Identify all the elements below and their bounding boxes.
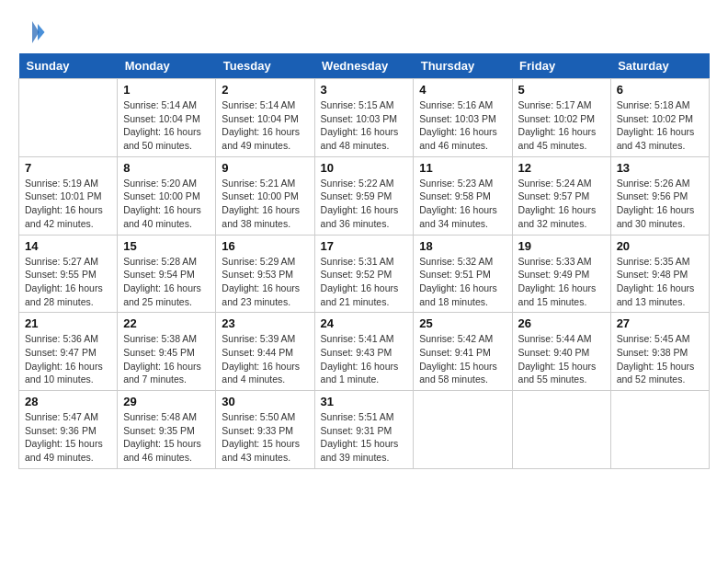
day-number: 12: [518, 161, 605, 175]
day-info: Sunrise: 5:21 AM Sunset: 10:00 PM Daylig…: [222, 178, 300, 229]
page-header: [18, 18, 710, 46]
day-info: Sunrise: 5:36 AM Sunset: 9:47 PM Dayligh…: [25, 333, 103, 385]
calendar-cell: 7Sunrise: 5:19 AM Sunset: 10:01 PM Dayli…: [19, 156, 118, 235]
calendar-cell: 4Sunrise: 5:16 AM Sunset: 10:03 PM Dayli…: [414, 79, 512, 157]
day-number: 11: [419, 161, 506, 175]
day-info: Sunrise: 5:33 AM Sunset: 9:49 PM Dayligh…: [518, 256, 597, 307]
day-info: Sunrise: 5:44 AM Sunset: 9:40 PM Dayligh…: [518, 333, 597, 385]
week-row-1: 1Sunrise: 5:14 AM Sunset: 10:04 PM Dayli…: [19, 79, 710, 157]
day-number: 10: [321, 161, 408, 175]
day-number: 5: [518, 83, 605, 97]
calendar-cell: 10Sunrise: 5:22 AM Sunset: 9:59 PM Dayli…: [314, 156, 414, 235]
calendar-cell: 8Sunrise: 5:20 AM Sunset: 10:00 PM Dayli…: [118, 156, 216, 235]
day-number: 23: [222, 316, 308, 330]
calendar-cell: 13Sunrise: 5:26 AM Sunset: 9:56 PM Dayli…: [610, 156, 709, 235]
logo-icon: [18, 18, 46, 46]
day-number: 27: [617, 316, 703, 330]
day-number: 19: [518, 239, 605, 253]
calendar-cell: 21Sunrise: 5:36 AM Sunset: 9:47 PM Dayli…: [19, 313, 118, 391]
column-header-sunday: Sunday: [19, 53, 118, 79]
calendar-cell: [414, 391, 512, 469]
calendar-cell: 5Sunrise: 5:17 AM Sunset: 10:02 PM Dayli…: [512, 79, 610, 157]
calendar-cell: 17Sunrise: 5:31 AM Sunset: 9:52 PM Dayli…: [314, 235, 414, 313]
day-info: Sunrise: 5:48 AM Sunset: 9:35 PM Dayligh…: [123, 411, 201, 463]
day-info: Sunrise: 5:29 AM Sunset: 9:53 PM Dayligh…: [222, 256, 300, 307]
day-info: Sunrise: 5:14 AM Sunset: 10:04 PM Daylig…: [123, 99, 201, 151]
day-number: 26: [518, 316, 605, 330]
day-info: Sunrise: 5:15 AM Sunset: 10:03 PM Daylig…: [321, 99, 399, 151]
calendar-cell: 24Sunrise: 5:41 AM Sunset: 9:43 PM Dayli…: [314, 313, 414, 391]
calendar-cell: 1Sunrise: 5:14 AM Sunset: 10:04 PM Dayli…: [118, 79, 216, 157]
week-row-5: 28Sunrise: 5:47 AM Sunset: 9:36 PM Dayli…: [19, 391, 710, 469]
week-row-4: 21Sunrise: 5:36 AM Sunset: 9:47 PM Dayli…: [19, 313, 710, 391]
calendar-cell: 18Sunrise: 5:32 AM Sunset: 9:51 PM Dayli…: [414, 235, 512, 313]
week-row-2: 7Sunrise: 5:19 AM Sunset: 10:01 PM Dayli…: [19, 156, 710, 235]
day-number: 8: [123, 161, 210, 175]
column-header-monday: Monday: [118, 53, 216, 79]
day-info: Sunrise: 5:22 AM Sunset: 9:59 PM Dayligh…: [321, 178, 399, 229]
calendar-cell: [512, 391, 610, 469]
day-number: 28: [25, 395, 111, 408]
calendar-cell: 29Sunrise: 5:48 AM Sunset: 9:35 PM Dayli…: [118, 391, 216, 469]
day-number: 7: [25, 161, 111, 175]
logo: [18, 18, 50, 46]
day-number: 9: [222, 161, 308, 175]
day-number: 24: [321, 316, 408, 330]
day-info: Sunrise: 5:45 AM Sunset: 9:38 PM Dayligh…: [617, 333, 695, 385]
column-header-thursday: Thursday: [414, 53, 512, 79]
week-row-3: 14Sunrise: 5:27 AM Sunset: 9:55 PM Dayli…: [19, 235, 710, 313]
day-number: 1: [123, 83, 210, 97]
day-info: Sunrise: 5:35 AM Sunset: 9:48 PM Dayligh…: [617, 256, 695, 307]
calendar-cell: 30Sunrise: 5:50 AM Sunset: 9:33 PM Dayli…: [216, 391, 314, 469]
day-number: 30: [222, 395, 308, 408]
calendar-cell: 31Sunrise: 5:51 AM Sunset: 9:31 PM Dayli…: [314, 391, 414, 469]
day-number: 25: [419, 316, 506, 330]
day-info: Sunrise: 5:27 AM Sunset: 9:55 PM Dayligh…: [25, 256, 103, 307]
column-header-friday: Friday: [512, 53, 610, 79]
calendar-cell: 6Sunrise: 5:18 AM Sunset: 10:02 PM Dayli…: [610, 79, 709, 157]
day-info: Sunrise: 5:16 AM Sunset: 10:03 PM Daylig…: [419, 99, 497, 151]
day-number: 14: [25, 239, 111, 253]
calendar-cell: 14Sunrise: 5:27 AM Sunset: 9:55 PM Dayli…: [19, 235, 118, 313]
day-number: 17: [321, 239, 408, 253]
day-info: Sunrise: 5:31 AM Sunset: 9:52 PM Dayligh…: [321, 256, 399, 307]
day-number: 20: [617, 239, 703, 253]
calendar-cell: 11Sunrise: 5:23 AM Sunset: 9:58 PM Dayli…: [414, 156, 512, 235]
day-info: Sunrise: 5:19 AM Sunset: 10:01 PM Daylig…: [25, 178, 103, 229]
day-number: 3: [321, 83, 408, 97]
day-info: Sunrise: 5:39 AM Sunset: 9:44 PM Dayligh…: [222, 333, 300, 385]
day-info: Sunrise: 5:51 AM Sunset: 9:31 PM Dayligh…: [321, 411, 399, 463]
day-info: Sunrise: 5:17 AM Sunset: 10:02 PM Daylig…: [518, 99, 597, 151]
day-info: Sunrise: 5:23 AM Sunset: 9:58 PM Dayligh…: [419, 178, 497, 229]
day-info: Sunrise: 5:50 AM Sunset: 9:33 PM Dayligh…: [222, 411, 300, 463]
day-info: Sunrise: 5:20 AM Sunset: 10:00 PM Daylig…: [123, 178, 201, 229]
day-number: 21: [25, 316, 111, 330]
day-number: 2: [222, 83, 308, 97]
column-header-wednesday: Wednesday: [314, 53, 414, 79]
calendar-cell: 28Sunrise: 5:47 AM Sunset: 9:36 PM Dayli…: [19, 391, 118, 469]
day-info: Sunrise: 5:38 AM Sunset: 9:45 PM Dayligh…: [123, 333, 201, 385]
calendar-cell: 12Sunrise: 5:24 AM Sunset: 9:57 PM Dayli…: [512, 156, 610, 235]
calendar-cell: 27Sunrise: 5:45 AM Sunset: 9:38 PM Dayli…: [610, 313, 709, 391]
column-header-saturday: Saturday: [610, 53, 709, 79]
calendar-cell: 9Sunrise: 5:21 AM Sunset: 10:00 PM Dayli…: [216, 156, 314, 235]
calendar-cell: 26Sunrise: 5:44 AM Sunset: 9:40 PM Dayli…: [512, 313, 610, 391]
calendar-cell: 16Sunrise: 5:29 AM Sunset: 9:53 PM Dayli…: [216, 235, 314, 313]
calendar-cell: [19, 79, 118, 157]
day-info: Sunrise: 5:42 AM Sunset: 9:41 PM Dayligh…: [419, 333, 497, 385]
day-info: Sunrise: 5:28 AM Sunset: 9:54 PM Dayligh…: [123, 256, 201, 307]
calendar-cell: 20Sunrise: 5:35 AM Sunset: 9:48 PM Dayli…: [610, 235, 709, 313]
header-row: SundayMondayTuesdayWednesdayThursdayFrid…: [19, 53, 710, 79]
day-number: 29: [123, 395, 210, 408]
day-info: Sunrise: 5:47 AM Sunset: 9:36 PM Dayligh…: [25, 411, 103, 463]
day-number: 4: [419, 83, 506, 97]
day-info: Sunrise: 5:32 AM Sunset: 9:51 PM Dayligh…: [419, 256, 497, 307]
calendar-cell: 2Sunrise: 5:14 AM Sunset: 10:04 PM Dayli…: [216, 79, 314, 157]
day-number: 6: [617, 83, 703, 97]
calendar-cell: 19Sunrise: 5:33 AM Sunset: 9:49 PM Dayli…: [512, 235, 610, 313]
day-number: 18: [419, 239, 506, 253]
day-number: 16: [222, 239, 308, 253]
day-number: 22: [123, 316, 210, 330]
day-info: Sunrise: 5:18 AM Sunset: 10:02 PM Daylig…: [617, 99, 695, 151]
day-number: 31: [321, 395, 408, 408]
